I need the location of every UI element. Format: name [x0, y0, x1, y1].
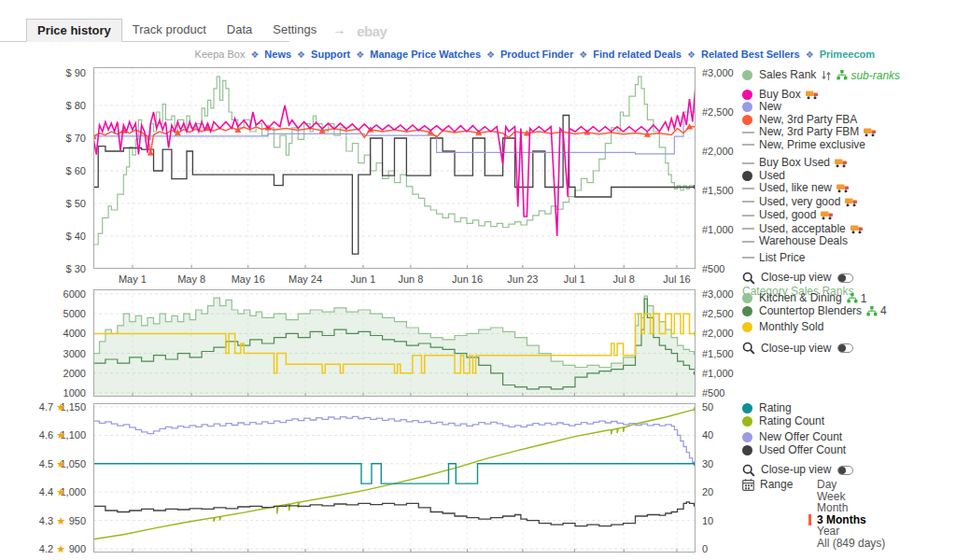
link-product-finder[interactable]: Product Finder — [500, 49, 573, 60]
link-related-best-sellers[interactable]: Related Best Sellers — [701, 49, 800, 60]
tab-track-product[interactable]: Track product — [122, 19, 217, 41]
legend-item-rating[interactable]: Rating — [742, 402, 792, 414]
tab-settings[interactable]: Settings — [262, 19, 327, 41]
arrow-icon: → — [327, 19, 351, 41]
price-history-chart[interactable] — [93, 67, 696, 269]
x-axis-label: Jul 1 — [546, 273, 602, 285]
legend-item-warehouse-deals[interactable]: Warehouse Deals — [742, 235, 848, 247]
shipping-truck-icon — [806, 90, 819, 100]
link-primeecom[interactable]: Primeecom — [820, 49, 875, 60]
y-axis-label: 4000 — [30, 328, 86, 339]
legend-item-new-3rd-party-fbm[interactable]: New, 3rd Party FBM — [742, 126, 877, 138]
range-option-month[interactable]: Month — [808, 502, 885, 514]
legend-item-buy-box-used[interactable]: Buy Box Used — [742, 157, 848, 169]
subranks-link[interactable]: sub-ranks — [851, 69, 900, 82]
star-icon: ★ — [56, 458, 65, 469]
legend-item-used-good[interactable]: Used, good — [742, 209, 834, 221]
link-support[interactable]: Support — [311, 49, 350, 60]
star-icon: ★ — [56, 486, 65, 497]
legend-label: Used, very good — [759, 196, 840, 208]
legend-item-new-prime-exclusive[interactable]: New, Prime exclusive — [742, 139, 865, 151]
legend-item-kitchen-dining[interactable]: Kitchen & Dining1 — [742, 292, 866, 304]
legend-item-sales-rank[interactable]: Sales Ranksub-ranks — [742, 69, 900, 81]
buy-box-used-swatch — [742, 162, 754, 164]
y-axis-label-right: #2,500 — [702, 106, 734, 118]
tab-data[interactable]: Data — [217, 19, 262, 41]
legend-item-used[interactable]: Used — [742, 170, 785, 182]
subranks-tree-icon — [836, 70, 848, 80]
legend-label: Used Offer Count — [759, 444, 846, 456]
magnifier-icon — [742, 342, 755, 355]
magnifier-icon — [742, 272, 755, 285]
legend-item-new[interactable]: New — [742, 101, 781, 113]
legend-label: Sales Rank — [759, 69, 816, 81]
y-axis-label-right: #3,000 — [702, 288, 734, 300]
legend-label: Used, acceptable — [759, 223, 846, 235]
diamond-separator-icon: ❖ — [486, 49, 495, 60]
close-up-toggle[interactable] — [837, 466, 853, 475]
rating-count-swatch — [742, 416, 752, 427]
legend-item-new-3rd-party-fba[interactable]: New, 3rd Party FBA — [742, 114, 857, 126]
range-option-all-849-days[interactable]: All (849 days) — [808, 538, 885, 550]
close-up-view-row: Close-up view — [742, 343, 853, 355]
y-axis-label: $ 30 — [30, 263, 86, 274]
category-sales-ranks-chart[interactable] — [93, 289, 696, 397]
close-up-toggle[interactable] — [837, 273, 853, 283]
tab-price-history[interactable]: Price history — [26, 19, 122, 42]
category-rank-number: 1 — [861, 292, 867, 305]
range-option-year[interactable]: Year — [808, 525, 885, 538]
legend-item-buy-box[interactable]: Buy Box — [742, 89, 819, 101]
rating-swatch — [742, 403, 752, 413]
legend-item-countertop-blenders[interactable]: Countertop Blenders4 — [742, 305, 887, 317]
link-keepa-box: Keepa Box — [195, 49, 246, 60]
new-offer-count-swatch — [742, 432, 752, 442]
y-axis-label: $ 50 — [30, 198, 86, 209]
x-axis-label: May 1 — [105, 273, 161, 285]
new-3rd-party-fba-swatch — [742, 115, 752, 125]
rating-axis-label: 4.3 ★ — [26, 515, 65, 527]
x-axis-label: Jul 16 — [649, 273, 705, 285]
legend-item-rating-count[interactable]: Rating Count — [742, 415, 824, 427]
y-axis-label-right: #500 — [702, 387, 724, 399]
range-option-day[interactable]: Day — [808, 479, 885, 491]
y-axis-label-right: 0 — [702, 543, 708, 554]
legend-item-list-price[interactable]: List Price — [742, 252, 805, 264]
close-up-view-label: Close-up view — [761, 464, 831, 476]
buy-box-swatch — [742, 90, 752, 100]
link-news[interactable]: News — [264, 49, 291, 60]
legend-label: List Price — [759, 252, 805, 264]
rating-axis-label: 4.6 ★ — [26, 429, 65, 441]
legend-item-new-offer-count[interactable]: New Offer Count — [742, 431, 842, 443]
y-axis-label-right: 10 — [702, 515, 713, 526]
y-axis-label: 6000 — [30, 288, 86, 300]
new-3rd-party-fbm-swatch — [742, 132, 754, 133]
shipping-truck-icon — [864, 127, 877, 137]
legend-item-used-like-new[interactable]: Used, like new — [742, 182, 850, 194]
shipping-truck-icon — [851, 224, 864, 234]
legend-item-used-offer-count[interactable]: Used Offer Count — [742, 444, 846, 456]
legend-label: Used, good — [759, 209, 816, 221]
sales-rank-swatch — [742, 70, 752, 80]
diamond-separator-icon: ❖ — [297, 49, 305, 60]
rating-offer-counts-chart[interactable] — [93, 403, 696, 553]
star-icon: ★ — [56, 401, 65, 413]
link-find-related-deals[interactable]: Find related Deals — [593, 49, 682, 60]
close-up-toggle[interactable] — [837, 343, 853, 353]
series-rating — [93, 464, 696, 483]
close-up-view-row: Close-up view — [742, 464, 853, 476]
kitchen-dining-swatch — [742, 293, 752, 303]
y-axis-label-right: #500 — [702, 263, 724, 274]
y-axis-label: $ 80 — [30, 100, 86, 111]
star-icon: ★ — [56, 429, 65, 441]
legend-label: Used, like new — [759, 182, 832, 194]
legend-item-used-very-good[interactable]: Used, very good — [742, 196, 858, 208]
legend-item-used-acceptable[interactable]: Used, acceptable — [742, 223, 864, 235]
used-very-good-swatch — [742, 201, 754, 203]
legend-item-monthly-sold[interactable]: Monthly Sold — [742, 321, 823, 333]
used-like-new-swatch — [742, 188, 754, 189]
link-manage-price-watches[interactable]: Manage Price Watches — [370, 49, 481, 60]
keepa-product-page: Price historyTrack productDataSettings →… — [0, 0, 956, 560]
shipping-truck-icon — [835, 158, 848, 168]
used-good-swatch — [742, 215, 754, 217]
range-label: Range — [760, 479, 801, 491]
